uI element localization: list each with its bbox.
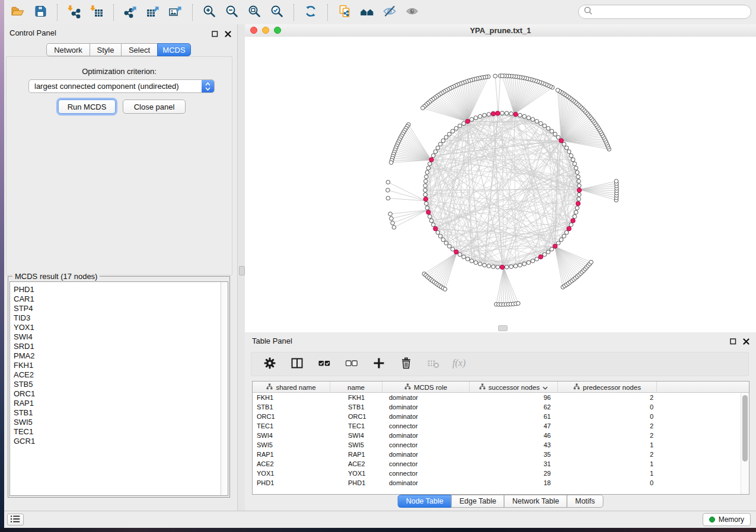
column-header-shared-name[interactable]: shared name: [253, 382, 330, 393]
zoom-in-button[interactable]: [199, 4, 219, 21]
cell-name[interactable]: ACE2: [330, 460, 382, 467]
first-neighbors-button[interactable]: [357, 4, 377, 21]
cell-MCDS-role[interactable]: dominator: [382, 451, 470, 458]
mcds-result-item[interactable]: SWI4: [14, 332, 228, 342]
cell-predecessor-nodes[interactable]: 0: [558, 413, 657, 420]
mcds-result-item[interactable]: ACE2: [14, 370, 228, 380]
panel-splitter-horizontal-handle[interactable]: [498, 325, 508, 331]
zoom-out-button[interactable]: [222, 4, 242, 21]
cell-MCDS-role[interactable]: dominator: [382, 479, 470, 486]
table-row[interactable]: SWI5SWI5connector431: [253, 440, 741, 450]
cell-successor-nodes[interactable]: 29: [470, 470, 558, 477]
mcds-result-list[interactable]: PHD1CAR1STP4TID3YOX1SWI4SRD1PMA2FKH1ACE2…: [9, 281, 228, 496]
mcds-result-item[interactable]: SWI5: [14, 418, 228, 427]
delete-column-trash-button[interactable]: [396, 355, 416, 373]
mcds-result-item[interactable]: CAR1: [14, 294, 228, 304]
cell-successor-nodes[interactable]: 35: [470, 451, 558, 458]
cell-shared-name[interactable]: PHD1: [253, 479, 330, 486]
cell-successor-nodes[interactable]: 18: [470, 479, 558, 486]
cell-predecessor-nodes[interactable]: 2: [558, 432, 657, 439]
export-image-button[interactable]: [165, 4, 186, 21]
table-row[interactable]: PHD1PHD1dominator180: [253, 478, 741, 488]
cell-successor-nodes[interactable]: 31: [470, 460, 558, 467]
mcds-result-item[interactable]: STP4: [14, 304, 228, 313]
mcds-result-item[interactable]: GCR1: [14, 437, 228, 446]
cell-MCDS-role[interactable]: connector: [382, 422, 470, 430]
cell-MCDS-role[interactable]: connector: [382, 441, 470, 448]
cell-predecessor-nodes[interactable]: 0: [558, 479, 657, 486]
cell-successor-nodes[interactable]: 43: [470, 441, 558, 448]
tab-network-table[interactable]: Network Table: [504, 495, 567, 508]
mcds-result-item[interactable]: ORC1: [14, 389, 228, 399]
cell-successor-nodes[interactable]: 46: [470, 432, 558, 439]
table-row[interactable]: SWI4SWI4dominator462: [253, 431, 741, 440]
cell-name[interactable]: PHD1: [330, 479, 382, 486]
float-panel-icon[interactable]: [730, 336, 736, 347]
splitter-handle-icon[interactable]: [239, 266, 245, 275]
cell-name[interactable]: FKH1: [330, 394, 382, 401]
cell-predecessor-nodes[interactable]: 1: [558, 441, 657, 448]
table-row[interactable]: STB1STB1dominator620: [253, 402, 741, 412]
mcds-result-item[interactable]: YOX1: [14, 323, 228, 332]
cell-MCDS-role[interactable]: dominator: [382, 394, 470, 401]
cell-predecessor-nodes[interactable]: 2: [558, 422, 657, 430]
panel-splitter-vertical[interactable]: [237, 24, 245, 511]
column-header-name[interactable]: name: [330, 382, 382, 393]
memory-button[interactable]: Memory: [703, 513, 751, 526]
cell-successor-nodes[interactable]: 61: [470, 413, 558, 420]
table-row[interactable]: ACE2ACE2connector311: [253, 459, 741, 469]
mcds-result-item[interactable]: TEC1: [14, 427, 228, 437]
cell-name[interactable]: SWI4: [330, 432, 382, 439]
tab-motifs[interactable]: Motifs: [567, 495, 603, 508]
table-scrollbar[interactable]: [741, 393, 749, 494]
cell-predecessor-nodes[interactable]: 0: [558, 403, 657, 411]
mcds-result-item[interactable]: STB5: [14, 380, 228, 389]
cell-successor-nodes[interactable]: 47: [470, 422, 558, 430]
mcds-list-scrollbar[interactable]: [221, 282, 228, 495]
show-all-button[interactable]: [402, 4, 422, 21]
cell-name[interactable]: ORC1: [330, 413, 382, 420]
deselect-all-checkboxes-button[interactable]: [342, 355, 362, 373]
search-box[interactable]: [578, 5, 751, 19]
table-scrollbar-thumb[interactable]: [742, 395, 748, 462]
zoom-fit-button[interactable]: [244, 4, 264, 21]
table-row[interactable]: TEC1TEC1connector472: [253, 421, 741, 431]
cell-shared-name[interactable]: TEC1: [253, 422, 330, 430]
close-panel-button[interactable]: Close panel: [123, 100, 186, 114]
zoom-selected-button[interactable]: [267, 4, 287, 21]
export-table-button[interactable]: [143, 4, 163, 21]
export-network-button[interactable]: [120, 4, 141, 21]
cell-MCDS-role[interactable]: dominator: [382, 432, 470, 439]
save-session-button[interactable]: [30, 4, 50, 21]
cell-shared-name[interactable]: SWI4: [253, 432, 330, 439]
tab-network[interactable]: Network: [46, 43, 90, 56]
cell-predecessor-nodes[interactable]: 1: [558, 460, 657, 467]
run-mcds-button[interactable]: Run MCDS: [58, 100, 116, 114]
split-panel-button[interactable]: [287, 355, 307, 373]
cell-name[interactable]: TEC1: [330, 422, 382, 430]
mcds-result-item[interactable]: FKH1: [14, 361, 228, 370]
tab-edge-table[interactable]: Edge Table: [451, 495, 505, 508]
tab-select[interactable]: Select: [121, 43, 158, 56]
mcds-result-item[interactable]: SRD1: [14, 342, 228, 351]
cell-shared-name[interactable]: RAP1: [253, 451, 330, 458]
cell-shared-name[interactable]: STB1: [253, 403, 330, 411]
import-table-button[interactable]: [87, 4, 107, 21]
cell-name[interactable]: SWI5: [330, 441, 382, 448]
tab-mcds[interactable]: MCDS: [157, 43, 191, 56]
cell-shared-name[interactable]: ORC1: [253, 413, 330, 420]
mcds-result-item[interactable]: STB1: [14, 408, 228, 418]
cell-MCDS-role[interactable]: dominator: [382, 403, 470, 411]
close-panel-icon[interactable]: [225, 29, 231, 40]
mcds-result-item[interactable]: TID3: [14, 313, 228, 323]
float-panel-icon[interactable]: [212, 29, 218, 40]
tab-node-table[interactable]: Node Table: [398, 495, 452, 508]
cell-predecessor-nodes[interactable]: 2: [558, 394, 657, 401]
table-row[interactable]: YOX1YOX1connector291: [253, 469, 741, 478]
node-table[interactable]: shared namenameMCDS rolesuccessor nodesp…: [252, 381, 749, 495]
table-settings-gear-button[interactable]: [260, 355, 280, 373]
refresh-button[interactable]: [301, 4, 321, 21]
tab-style[interactable]: Style: [90, 43, 122, 56]
close-panel-icon[interactable]: [743, 336, 749, 347]
table-row[interactable]: ORC1ORC1dominator610: [253, 412, 741, 421]
